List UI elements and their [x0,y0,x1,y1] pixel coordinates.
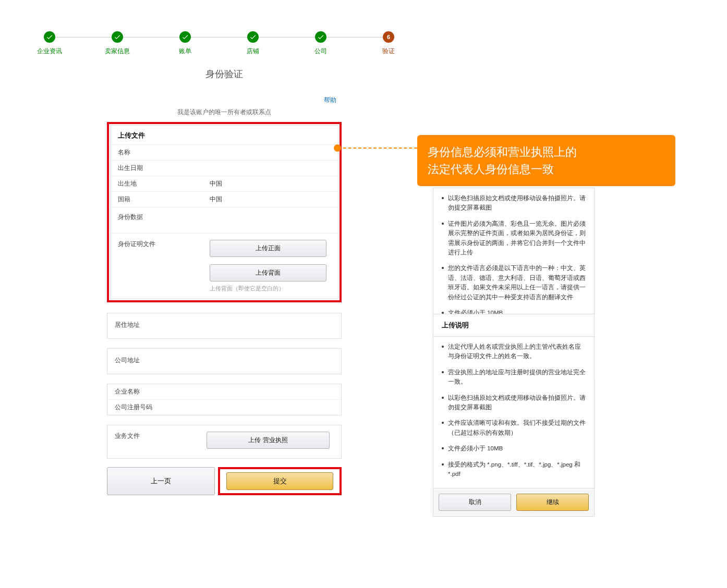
help-link[interactable]: 帮助 [107,96,342,105]
biz-doc-label: 业务文件 [107,425,201,458]
nationality-label: 国籍 [111,192,204,207]
progress-stepper: 企业资讯 卖家信息 账单 店铺 公司 6 验证 [16,31,422,56]
list-item: 营业执照上的地址应与注册时提供的营业地址完全一致。 [441,368,587,387]
business-doc-section: 业务文件 上传 营业执照 [107,425,342,459]
birthplace-value: 中国 [204,176,338,191]
residence-label: 居住地址 [107,313,201,338]
id-doc-label: 身份证明文件 [111,234,204,299]
list-item: 法定代理人姓名或营业执照上的主管/代表姓名应与身份证明文件上的姓名一致。 [441,342,587,361]
check-icon [315,31,326,43]
panel-title: 上传说明 [433,314,594,337]
step-label: 账单 [179,47,191,56]
list-item: 以彩色扫描原始文档或使用移动设备拍摄照片。请勿提交屏幕截图 [441,393,587,412]
company-info-section: 企业名称 公司注册号码 [107,384,342,415]
previous-button[interactable]: 上一页 [107,467,215,495]
callout-text-2: 法定代表人身份信息一致 [428,161,665,178]
nationality-row: 国籍 中国 [111,191,338,207]
highlighted-submit: 提交 [218,467,342,495]
birthplace-row: 出生地 中国 [111,176,338,191]
dob-row: 出生日期 [111,160,338,176]
account-owner-statement: 我是该账户的唯一所有者或联系点 [107,108,342,117]
company-address-label: 公司地址 [107,349,201,374]
company-reg-label: 公司注册号码 [107,400,201,415]
section-title: 上传文件 [111,126,338,144]
birthplace-label: 出生地 [111,176,204,191]
id-data-label: 身份数据 [111,207,204,225]
check-icon [112,31,123,43]
list-item: 以彩色扫描原始文档或使用移动设备拍摄照片。请勿提交屏幕截图 [441,193,587,213]
list-item: 您的文件语言必须是以下语言中的一种：中文、英语、法语、德语、意大利语、日语、葡萄… [441,263,587,302]
step-label: 公司 [314,47,327,56]
name-row: 名称 [111,144,338,160]
annotation-callout: 身份信息必须和营业执照上的 法定代表人身份信息一致 [417,135,675,186]
instructions-list-2: 法定代理人姓名或营业执照上的主管/代表姓名应与身份证明文件上的姓名一致。 营业执… [441,342,587,479]
step-store: 店铺 [219,31,287,56]
check-icon [179,31,191,43]
name-value [204,150,338,156]
upload-license-button[interactable]: 上传 营业执照 [207,432,330,449]
highlighted-upload-section: 上传文件 名称 出生日期 出生地 中国 国籍 中国 身份数据 [107,122,342,302]
id-document-upload: 身份证明文件 上传正面 上传背面 上传背面（即使它是空白的） [111,233,338,299]
upload-files-section: 上传文件 名称 出生日期 出生地 中国 国籍 中国 身份数据 [110,125,338,299]
step-label: 验证 [382,47,395,56]
continue-button[interactable]: 继续 [516,494,589,511]
check-icon [44,31,55,43]
step-seller-info: 卖家信息 [83,31,151,56]
page-title: 身份验证 [107,68,342,80]
callout-connector [338,148,417,149]
step-billing: 账单 [151,31,219,56]
upload-back-hint: 上传背面（即使它是空白的） [210,285,326,292]
panel-actions: 取消 继续 [433,488,594,516]
cancel-button[interactable]: 取消 [439,494,511,511]
id-data-row: 身份数据 [111,207,338,233]
list-item: 文件必须小于 10MB [441,444,587,453]
list-item: 证件图片必须为高清、彩色且一览无余。图片必须展示完整的证件页面，或者如果为居民身… [441,219,587,258]
step-business-info: 企业资讯 [16,31,83,56]
step-verification: 6 验证 [355,31,422,56]
callout-text-1: 身份信息必须和营业执照上的 [428,143,665,161]
identity-verification-form: 身份验证 帮助 我是该账户的唯一所有者或联系点 上传文件 名称 出生日期 出生地… [107,68,342,495]
step-company: 公司 [287,31,355,56]
list-item: 接受的格式为 *.png、*.tiff、*.tif、*.jpg、*.jpeg 和… [441,460,587,479]
upload-back-button[interactable]: 上传背面 [210,264,326,281]
form-actions: 上一页 提交 [107,467,342,495]
submit-button[interactable]: 提交 [226,472,333,490]
name-label: 名称 [111,145,204,160]
id-data-value [204,207,338,214]
residence-section: 居住地址 [107,313,342,339]
nationality-value: 中国 [204,192,338,207]
step-label: 卖家信息 [105,47,130,56]
dob-label: 出生日期 [111,161,204,176]
step-label: 企业资讯 [37,47,62,56]
check-icon [247,31,259,43]
company-address-section: 公司地址 [107,348,342,374]
list-item: 文件应该清晰可读和有效。我们不接受过期的文件（已超过标示的有效期） [441,418,587,437]
step-number: 6 [383,31,394,43]
step-label: 店铺 [247,47,259,56]
dob-value [204,165,338,172]
company-name-label: 企业名称 [107,384,201,399]
upload-front-button[interactable]: 上传正面 [210,240,326,257]
upload-instructions-panel-2: 上传说明 法定代理人姓名或营业执照上的主管/代表姓名应与身份证明文件上的姓名一致… [433,314,595,517]
